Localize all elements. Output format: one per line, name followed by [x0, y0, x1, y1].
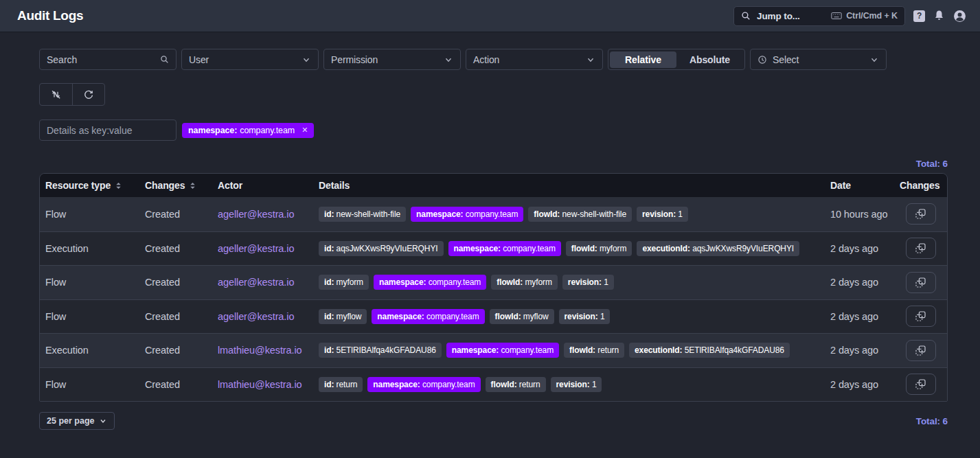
actor-cell: lmathieu@kestra.io	[212, 345, 313, 356]
view-changes-button[interactable]	[906, 203, 936, 225]
diff-copy-icon	[915, 208, 926, 220]
details-filter-input[interactable]	[39, 119, 176, 141]
bell-icon[interactable]	[933, 10, 945, 22]
close-icon[interactable]: ✕	[301, 126, 308, 135]
toggle-absolute[interactable]: Absolute	[676, 51, 743, 68]
detail-badge: revision: 1	[551, 377, 602, 392]
column-resource-type[interactable]: Resource type	[40, 180, 139, 191]
detail-badge: flowId: return	[564, 343, 624, 358]
table-row: FlowCreatedageller@kestra.ioid: myformna…	[40, 265, 947, 299]
sort-icon[interactable]	[114, 181, 123, 190]
changes-cell	[894, 238, 947, 259]
details-cell: id: myflownamespace: company.teamflowId:…	[313, 309, 825, 324]
per-page-select[interactable]: 25 per page	[39, 412, 115, 430]
search-icon	[741, 11, 751, 21]
tag-value: company.team	[240, 126, 295, 135]
total-count-bottom: Total: 6	[916, 416, 948, 426]
detail-badge: revision: 1	[562, 275, 614, 290]
resource-type-cell: Flow	[40, 209, 139, 220]
actor-link[interactable]: ageller@kestra.io	[218, 243, 294, 254]
audit-logs-table: Resource type Changes Actor Details Date…	[39, 173, 948, 402]
date-cell: 2 days ago	[825, 379, 894, 390]
table-actions	[39, 83, 948, 106]
table-row: FlowCreatedageller@kestra.ioid: new-shel…	[40, 197, 947, 231]
details-cell: id: 5ETlRIBAlfqa4kGFADAU86namespace: com…	[313, 343, 825, 358]
view-changes-button[interactable]	[906, 340, 936, 361]
view-changes-button[interactable]	[906, 238, 936, 259]
details-filter-row: namespace: company.team ✕	[39, 119, 948, 141]
refresh-button[interactable]	[72, 84, 104, 105]
table-header: Resource type Changes Actor Details Date…	[40, 174, 947, 197]
change-type-cell: Created	[139, 277, 212, 288]
view-changes-button[interactable]	[906, 306, 936, 327]
chevron-down-icon	[869, 55, 879, 65]
details-cell: id: new-shell-with-filenamespace: compan…	[313, 207, 825, 222]
detail-badge: id: 5ETlRIBAlfqa4kGFADAU86	[319, 343, 442, 358]
sort-icon[interactable]	[188, 181, 197, 190]
search-input[interactable]	[47, 54, 157, 65]
column-actor: Actor	[212, 180, 313, 191]
detail-badge: flowId: return	[486, 377, 546, 392]
change-type-cell: Created	[139, 243, 212, 254]
detail-badge: flowId: myform	[491, 275, 558, 290]
changes-cell	[894, 374, 947, 395]
user-filter-select[interactable]: User	[181, 49, 319, 70]
detail-badge: id: new-shell-with-file	[319, 207, 406, 222]
time-range-label: Select	[773, 54, 799, 65]
change-type-cell: Created	[139, 209, 212, 220]
date-cell: 2 days ago	[825, 277, 894, 288]
date-cell: 2 days ago	[825, 311, 894, 322]
detail-badge: executionId: 5ETlRIBAlfqa4kGFADAU86	[629, 343, 790, 358]
detail-badge: flowId: myform	[566, 241, 633, 256]
resource-type-cell: Execution	[40, 345, 139, 356]
total-count-top: Total: 6	[39, 159, 948, 169]
diff-copy-icon	[915, 310, 926, 322]
chevron-down-icon	[301, 55, 311, 65]
namespace-filter-tag: namespace: company.team ✕	[182, 123, 314, 138]
view-changes-button[interactable]	[906, 272, 936, 293]
action-filter-select[interactable]: Action	[466, 49, 603, 70]
change-type-cell: Created	[139, 379, 212, 390]
toggle-relative[interactable]: Relative	[610, 51, 676, 68]
permission-filter-select[interactable]: Permission	[323, 49, 461, 70]
help-icon[interactable]: ?	[913, 10, 925, 22]
view-changes-button[interactable]	[906, 374, 936, 395]
actor-link[interactable]: ageller@kestra.io	[218, 209, 294, 220]
detail-badge: namespace: company.team	[372, 309, 484, 324]
jump-to-search[interactable]: Jump to... Ctrl/Cmd + K	[733, 6, 905, 26]
per-page-label: 25 per page	[47, 416, 94, 426]
search-filter[interactable]	[39, 49, 176, 70]
actor-link[interactable]: ageller@kestra.io	[218, 311, 294, 322]
action-filter-label: Action	[473, 54, 499, 65]
detail-badge: id: aqsJwKXwsR9yVIuERQHYI	[319, 241, 444, 256]
time-range-select[interactable]: Select	[750, 49, 887, 70]
filter-off-button[interactable]	[40, 84, 72, 105]
chevron-down-icon	[99, 417, 107, 425]
column-changes[interactable]: Changes	[139, 180, 212, 191]
change-type-cell: Created	[139, 311, 212, 322]
resource-type-cell: Execution	[40, 243, 139, 254]
table-body: FlowCreatedageller@kestra.ioid: new-shel…	[40, 197, 947, 401]
date-cell: 2 days ago	[825, 243, 894, 254]
detail-badge: flowId: myflow	[490, 309, 554, 324]
actor-link[interactable]: lmathieu@kestra.io	[218, 379, 302, 390]
topbar: Audit Logs Jump to... Ctrl/Cmd + K	[0, 0, 980, 32]
detail-badge: namespace: company.team	[411, 207, 523, 222]
detail-badge: flowId: new-shell-with-file	[528, 207, 632, 222]
date-cell: 10 hours ago	[825, 209, 894, 220]
audit-logs-page: User Permission Action Relative Absolute	[0, 32, 980, 430]
date-mode-toggle: Relative Absolute	[608, 49, 745, 70]
user-filter-label: User	[189, 54, 209, 65]
column-date: Date	[825, 180, 894, 191]
user-avatar-icon[interactable]	[953, 10, 966, 23]
actor-cell: ageller@kestra.io	[212, 311, 313, 322]
detail-badge: id: return	[319, 377, 363, 392]
changes-cell	[894, 203, 947, 225]
actor-link[interactable]: ageller@kestra.io	[218, 277, 294, 288]
table-footer: 25 per page Total: 6	[39, 412, 948, 430]
details-cell: id: aqsJwKXwsR9yVIuERQHYInamespace: comp…	[313, 241, 825, 256]
actor-cell: ageller@kestra.io	[212, 243, 313, 254]
actor-link[interactable]: lmathieu@kestra.io	[218, 345, 302, 356]
jump-to-placeholder: Jump to...	[757, 11, 800, 21]
tag-key: namespace:	[188, 126, 237, 135]
